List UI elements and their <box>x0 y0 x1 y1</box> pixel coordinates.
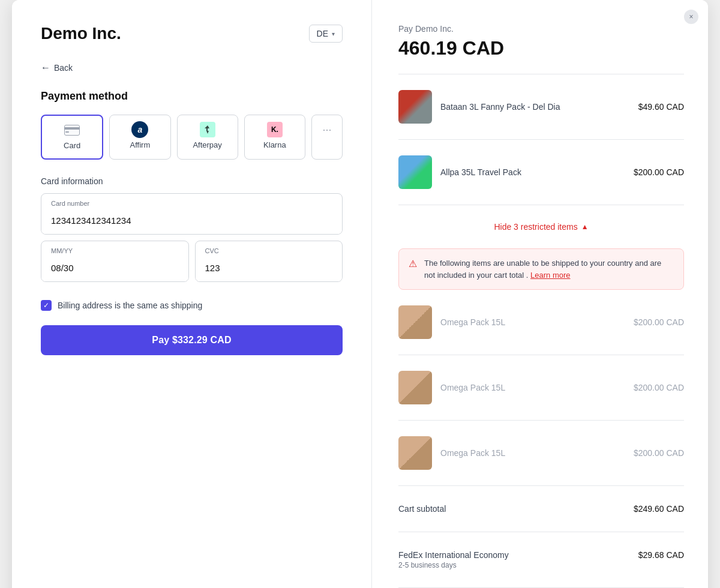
cart-subtotal-label: Cart subtotal <box>398 504 446 514</box>
order-item-fanny: Bataan 3L Fanny Pack - Del Dia $49.60 CA… <box>398 84 684 130</box>
card-number-group: Card number <box>41 193 343 235</box>
payment-tab-more[interactable]: ··· <box>311 115 343 160</box>
shipping-label: FedEx International Economy <box>398 550 509 560</box>
card-number-label: Card number <box>41 194 342 207</box>
back-link[interactable]: ← Back <box>41 62 343 73</box>
restricted-item-price-3: $200.00 CAD <box>634 448 684 458</box>
expiry-group: MM/YY <box>41 241 189 282</box>
right-panel: × Pay Demo Inc. 460.19 CAD Bataan 3L Fan… <box>372 0 708 588</box>
afterpay-icon <box>199 124 216 136</box>
more-icon: ··· <box>319 124 335 136</box>
restricted-item-3: Omega Pack 15L $200.00 CAD <box>398 430 684 476</box>
pay-button[interactable]: Pay $332.29 CAD <box>41 325 343 355</box>
klarna-tab-label: Klarna <box>263 140 286 149</box>
svg-rect-2 <box>65 131 69 133</box>
item-thumbnail-omega-2 <box>398 371 432 404</box>
close-icon: × <box>689 13 693 21</box>
svg-rect-0 <box>65 125 80 136</box>
chevron-down-icon: ▾ <box>332 31 335 37</box>
total-amount: 460.19 CAD <box>398 37 684 59</box>
billing-same-label: Billing address is the same as shipping <box>58 301 202 310</box>
expiry-label: MM/YY <box>41 241 188 254</box>
divider-restricted-toggle <box>398 205 684 205</box>
klarna-icon: K. <box>266 124 283 136</box>
card-info-title: Card information <box>41 176 343 186</box>
chevron-up-icon: ▲ <box>581 223 589 231</box>
afterpay-tab-label: Afterpay <box>193 140 221 149</box>
billing-checkbox[interactable]: ✓ <box>41 300 52 311</box>
divider-r1 <box>398 355 684 355</box>
learn-more-link[interactable]: Learn more <box>530 271 570 280</box>
item-price-fanny: $49.60 CAD <box>638 102 684 112</box>
restricted-item-2: Omega Pack 15L $200.00 CAD <box>398 365 684 410</box>
brand-name: Demo Inc. <box>41 24 121 43</box>
lang-value: DE <box>317 29 328 38</box>
back-arrow-icon: ← <box>41 62 50 73</box>
item-thumbnail-omega-1 <box>398 305 432 339</box>
cvc-label: CVC <box>196 241 343 254</box>
affirm-icon: a <box>131 124 148 136</box>
card-tab-label: Card <box>64 141 80 150</box>
payment-tab-klarna[interactable]: K. Klarna <box>244 115 305 160</box>
restricted-item-price-1: $200.00 CAD <box>634 317 684 327</box>
divider-summary-top <box>398 485 684 486</box>
check-icon: ✓ <box>43 302 49 309</box>
warning-icon: ⚠ <box>409 258 417 269</box>
back-label: Back <box>54 63 73 73</box>
pay-to-label: Pay Demo Inc. <box>398 24 684 34</box>
card-number-input[interactable] <box>41 207 342 234</box>
restricted-item-name-1: Omega Pack 15L <box>440 317 625 327</box>
card-icon <box>64 124 80 136</box>
divider-r2 <box>398 420 684 421</box>
billing-checkbox-row: ✓ Billing address is the same as shippin… <box>41 300 343 311</box>
item-name-allpa: Allpa 35L Travel Pack <box>440 167 625 177</box>
expiry-cvc-row: MM/YY CVC <box>41 241 343 288</box>
language-selector[interactable]: DE ▾ <box>309 25 343 43</box>
left-panel: Demo Inc. DE ▾ ← Back Payment method <box>12 0 372 588</box>
payment-tab-afterpay[interactable]: Afterpay <box>177 115 238 160</box>
affirm-tab-label: Affirm <box>130 140 151 149</box>
svg-rect-1 <box>64 127 80 130</box>
expiry-input[interactable] <box>41 254 188 281</box>
item-thumbnail-allpa <box>398 155 432 189</box>
item-name-fanny: Bataan 3L Fanny Pack - Del Dia <box>440 102 630 112</box>
order-item-allpa: Allpa 35L Travel Pack $200.00 CAD <box>398 149 684 195</box>
cart-subtotal-row: Cart subtotal $249.60 CAD <box>398 496 684 522</box>
restricted-toggle-label: Hide 3 restricted items <box>494 222 577 232</box>
cvc-input[interactable] <box>196 254 343 281</box>
restricted-item-1: Omega Pack 15L $200.00 CAD <box>398 299 684 345</box>
warning-text: The following items are unable to be shi… <box>424 257 674 281</box>
item-thumbnail-fanny <box>398 90 432 124</box>
warning-box: ⚠ The following items are unable to be s… <box>398 248 684 290</box>
item-price-allpa: $200.00 CAD <box>634 167 684 177</box>
shipping-info: FedEx International Economy 2-5 business… <box>398 550 509 569</box>
restricted-toggle[interactable]: Hide 3 restricted items ▲ <box>398 215 684 239</box>
divider-summary-1 <box>398 532 684 532</box>
shipping-sublabel: 2-5 business days <box>398 561 509 569</box>
payment-tab-card[interactable]: Card <box>41 115 103 160</box>
cart-subtotal-price: $249.60 CAD <box>634 504 684 514</box>
restricted-item-name-3: Omega Pack 15L <box>440 448 625 458</box>
shipping-price: $29.68 CAD <box>638 550 684 560</box>
brand-header: Demo Inc. DE ▾ <box>41 24 343 43</box>
item-thumbnail-omega-3 <box>398 436 432 470</box>
restricted-item-price-2: $200.00 CAD <box>634 383 684 392</box>
divider-item1 <box>398 139 684 140</box>
restricted-item-name-2: Omega Pack 15L <box>440 383 625 392</box>
divider-top <box>398 74 684 74</box>
close-button[interactable]: × <box>684 10 698 24</box>
cvc-group: CVC <box>195 241 343 282</box>
payment-method-title: Payment method <box>41 90 343 103</box>
payment-tab-affirm[interactable]: a Affirm <box>109 115 170 160</box>
shipping-row: FedEx International Economy 2-5 business… <box>398 542 684 578</box>
payment-methods: Card a Affirm Afterpay <box>41 115 343 160</box>
